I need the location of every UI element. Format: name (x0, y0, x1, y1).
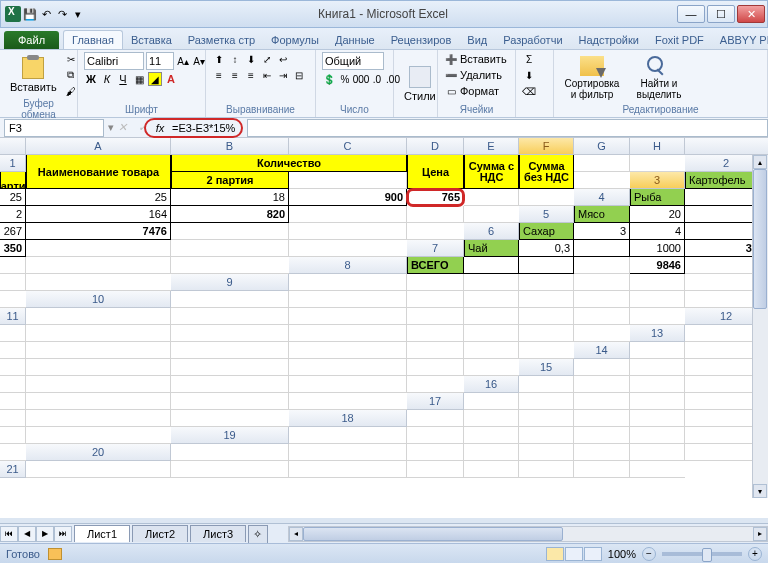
border-icon[interactable]: ▦ (132, 72, 146, 86)
align-mid-icon[interactable]: ↕ (228, 52, 242, 66)
row-header-18[interactable]: 18 (289, 410, 407, 427)
cell-r4-3[interactable]: 164 (26, 206, 171, 223)
cell-r10-1[interactable] (289, 291, 407, 308)
cell-r20-3[interactable] (464, 444, 519, 461)
cell-r11-7[interactable] (630, 308, 685, 325)
fill-icon[interactable]: ⬇ (522, 68, 536, 82)
qa-undo-icon[interactable]: ↶ (39, 7, 53, 21)
bold-icon[interactable]: Ж (84, 72, 98, 86)
cell-r21-2[interactable] (289, 461, 407, 478)
sheet-nav-next[interactable]: ▶ (36, 526, 54, 542)
sheet-nav-last[interactable]: ⏭ (54, 526, 72, 542)
cell-r7-5[interactable] (0, 257, 26, 274)
formula-bar-text[interactable]: =E3-E3*15% (172, 122, 235, 134)
row-header-21[interactable]: 21 (0, 461, 26, 478)
cell-r1-0[interactable]: Наименование товара (26, 155, 171, 189)
cell-r14-0[interactable] (630, 342, 685, 359)
autosum-icon[interactable]: Σ (522, 52, 536, 66)
indent-inc-icon[interactable]: ⇥ (276, 68, 290, 82)
cell-r18-7[interactable] (26, 427, 171, 444)
cell-r19-2[interactable] (464, 427, 519, 444)
cell-r8-1[interactable] (464, 257, 519, 274)
cell-r17-3[interactable] (630, 393, 685, 410)
styles-button[interactable]: Стили (400, 64, 440, 104)
zoom-in-button[interactable]: + (748, 547, 762, 561)
row-header-6[interactable]: 6 (464, 223, 519, 240)
cell-r14-4[interactable] (171, 359, 289, 376)
scroll-left-icon[interactable]: ◂ (289, 527, 303, 541)
close-button[interactable]: ✕ (737, 5, 765, 23)
qa-redo-icon[interactable]: ↷ (55, 7, 69, 21)
cell-r12-0[interactable] (0, 325, 26, 342)
cell-r12-4[interactable] (407, 325, 464, 342)
cell-r2-1[interactable]: 2 партия (171, 172, 289, 189)
cell-r16-0[interactable] (519, 376, 574, 393)
cell-r12-5[interactable] (464, 325, 519, 342)
cell-r7-0[interactable]: Чай (464, 240, 519, 257)
hscroll-thumb[interactable] (303, 527, 563, 541)
wrap-icon[interactable]: ↩ (276, 52, 290, 66)
indent-dec-icon[interactable]: ⇤ (260, 68, 274, 82)
sheet-tab-1[interactable]: Лист1 (74, 525, 130, 542)
cell-r13-6[interactable] (464, 342, 519, 359)
cell-r3-1[interactable]: 25 (0, 189, 26, 206)
sheet-tab-3[interactable]: Лист3 (190, 525, 246, 542)
cell-r14-7[interactable] (464, 359, 519, 376)
col-header-F[interactable]: F (519, 138, 574, 155)
insert-cells-icon[interactable]: ➕ (444, 52, 458, 66)
cell-r1-4[interactable]: Сумма без НДС (519, 155, 574, 189)
sheet-nav-prev[interactable]: ◀ (18, 526, 36, 542)
currency-icon[interactable]: 💲 (322, 72, 336, 86)
cell-r10-2[interactable] (407, 291, 464, 308)
inc-dec-icon[interactable]: .0 (370, 72, 384, 86)
col-header-A[interactable]: A (26, 138, 171, 155)
insert-label[interactable]: Вставить (460, 53, 507, 65)
cell-r12-2[interactable] (171, 325, 289, 342)
row-header-17[interactable]: 17 (407, 393, 464, 410)
cell-r5-0[interactable]: Мясо (574, 206, 630, 223)
maximize-button[interactable]: ☐ (707, 5, 735, 23)
tab-developer[interactable]: Разработчи (495, 31, 570, 49)
cell-r3-7[interactable] (519, 189, 574, 206)
new-sheet-button[interactable]: ✧ (248, 525, 268, 543)
cell-r18-6[interactable] (0, 427, 26, 444)
cell-r16-6[interactable] (171, 393, 289, 410)
format-painter-icon[interactable]: 🖌 (64, 84, 78, 98)
tab-abbyy[interactable]: ABBYY PDF Tr (712, 31, 768, 49)
align-right-icon[interactable]: ≡ (244, 68, 258, 82)
cell-r14-5[interactable] (289, 359, 407, 376)
cell-r19-4[interactable] (574, 427, 630, 444)
cell-r5-1[interactable]: 20 (630, 206, 685, 223)
find-select-button[interactable]: Найти и выделить (627, 54, 691, 102)
cell-r18-0[interactable] (407, 410, 464, 427)
cell-r5-6[interactable] (289, 223, 407, 240)
cell-r14-2[interactable] (0, 359, 26, 376)
cell-r1-5[interactable] (574, 155, 630, 172)
view-layout-icon[interactable] (565, 547, 583, 561)
cell-r16-5[interactable] (26, 393, 171, 410)
align-top-icon[interactable]: ⬆ (212, 52, 226, 66)
scroll-down-icon[interactable]: ▾ (753, 484, 767, 498)
cell-r15-0[interactable] (574, 359, 630, 376)
cell-r11-0[interactable] (26, 308, 171, 325)
cell-r4-4[interactable]: 820 (171, 206, 289, 223)
cell-r1-6[interactable] (630, 155, 685, 172)
cell-r8-6[interactable] (0, 274, 26, 291)
cell-r18-2[interactable] (519, 410, 574, 427)
cell-r10-5[interactable] (574, 291, 630, 308)
cell-r6-0[interactable]: Сахар (519, 223, 574, 240)
cell-r16-1[interactable] (574, 376, 630, 393)
cell-r11-5[interactable] (519, 308, 574, 325)
cell-r12-6[interactable] (519, 325, 574, 342)
horizontal-scrollbar[interactable]: ◂ ▸ (288, 526, 768, 542)
cell-r2-3[interactable] (574, 172, 630, 189)
cell-r20-4[interactable] (519, 444, 574, 461)
row-header-16[interactable]: 16 (464, 376, 519, 393)
delete-label[interactable]: Удалить (460, 69, 502, 81)
cell-r8-4[interactable]: 9846 (630, 257, 685, 274)
row-header-19[interactable]: 19 (171, 427, 289, 444)
cell-r6-2[interactable]: 4 (630, 223, 685, 240)
cell-r20-0[interactable] (171, 444, 289, 461)
cell-r7-7[interactable] (171, 257, 289, 274)
cell-r12-3[interactable] (289, 325, 407, 342)
